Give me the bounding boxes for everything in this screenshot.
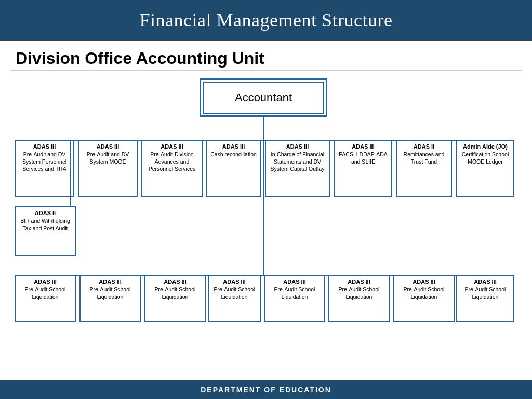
connector-root-down: [263, 115, 264, 140]
row2-box-7: ADAS III Pre-Audit School Liquidation: [456, 275, 514, 322]
drop6: [424, 140, 425, 140]
row2-box-4: ADAS III Pre-Audit School Liquidation: [264, 275, 325, 322]
org-chart: Accountant ADAS III Pre-Audit and DV Sys…: [0, 71, 532, 398]
row2-box-3: ADAS III Pre-Audit School Liquidation: [208, 275, 261, 322]
row1-box-4: ADAS III In-Charge of Financial Statemen…: [265, 140, 330, 197]
connector-to-row1b: [70, 140, 71, 206]
header: Financial Management Structure: [0, 0, 532, 41]
row2-box-5: ADAS III Pre-Audit School Liquidation: [328, 275, 390, 322]
row1-box-2: ADAS III Pre-Audit Division Advances and…: [141, 140, 203, 197]
drop4: [297, 140, 298, 140]
drop1: [108, 140, 109, 140]
row1-box-7: Admin Aide (JO) Certification School MOO…: [456, 140, 514, 197]
row1-box-6: ADAS II Remittances and Trust Fund: [396, 140, 452, 197]
row2-box-0: ADAS III Pre-Audit School Liquidation: [15, 275, 76, 322]
row2-box-2: ADAS III Pre-Audit School Liquidation: [144, 275, 206, 322]
row1-box-3: ADAS III Cash reconciliation: [206, 140, 261, 197]
drop3: [233, 140, 234, 140]
row2-box-6: ADAS III Pre-Audit School Liquidation: [393, 275, 455, 322]
footer: DEPARTMENT OF EDUCATION: [0, 380, 532, 399]
connector-main-v: [263, 140, 264, 275]
row1b-box-0: ADAS II BIR and Withholding Tax and Post…: [15, 206, 76, 256]
page-title: Financial Management Structure: [0, 0, 532, 41]
subtitle: Division Office Accounting Unit: [0, 41, 532, 70]
drop5: [363, 140, 364, 140]
drop2: [171, 140, 172, 140]
drop0: [44, 140, 45, 140]
row1-box-0: ADAS III Pre-Audit and DV System Personn…: [15, 140, 74, 197]
root-box: Accountant: [203, 82, 324, 114]
drop7: [485, 140, 486, 140]
row1-box-5: ADAS III PACS, LDDAP-ADA and SLIIE: [334, 140, 392, 197]
row1-box-1: ADAS III Pre-Audit and DV System MOOE: [78, 140, 138, 197]
row2-box-1: ADAS III Pre-Audit School Liquidation: [79, 275, 141, 322]
